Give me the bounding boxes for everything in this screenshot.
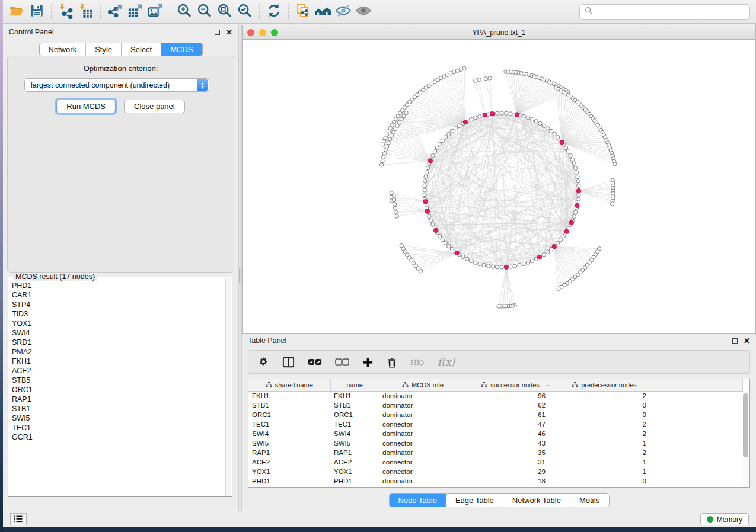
zoom-selected-button[interactable] [235, 2, 255, 21]
column-header-shared-name[interactable]: shared name [248, 379, 330, 391]
network-view-titlebar: YPA_prune.txt_1 [243, 25, 755, 40]
table-row[interactable]: STB1STB1dominator620 [248, 400, 742, 410]
search-field[interactable] [579, 4, 750, 20]
table-row[interactable]: RAP1RAP1dominator352 [248, 448, 742, 457]
mcds-list-scrollbar[interactable] [225, 278, 231, 496]
import-table-button[interactable] [76, 2, 96, 21]
org-chart-icon [572, 382, 578, 389]
export-network-button[interactable] [105, 2, 125, 21]
node-table[interactable]: shared namenameMCDS rolesuccessor nodes⌄… [248, 379, 750, 488]
function-builder-icon[interactable]: f(x) [438, 356, 455, 368]
duplicate-network-icon [295, 2, 311, 21]
table-panel-tabs: Node TableEdge TableNetwork TableMotifs [388, 493, 609, 507]
table-row[interactable]: PHD1PHD1dominator180 [248, 476, 742, 486]
mcds-result-item[interactable]: STB5 [12, 376, 225, 385]
mcds-result-item[interactable]: SWI4 [12, 328, 225, 338]
mcds-result-item[interactable]: ORC1 [12, 385, 225, 395]
search-input[interactable] [596, 8, 745, 16]
mcds-result-item[interactable]: FKH1 [12, 357, 225, 366]
column-header-successor-nodes[interactable]: successor nodes⌄ [467, 379, 554, 391]
mcds-result-item[interactable]: ACE2 [12, 366, 225, 376]
float-panel-icon[interactable] [732, 338, 738, 344]
mcds-result-item[interactable]: PHD1 [12, 281, 225, 290]
export-image-icon [147, 2, 164, 21]
table-scrollbar-track[interactable] [742, 392, 749, 486]
tab-node-table[interactable]: Node Table [389, 494, 446, 507]
mcds-result-item[interactable]: TID3 [12, 309, 225, 319]
table-row[interactable]: ORC1ORC1dominator610 [248, 410, 742, 419]
tab-mcds[interactable]: MCDS [161, 43, 202, 56]
export-table-icon [127, 2, 143, 21]
toolbar-separator [100, 4, 101, 20]
toolbar-separator [170, 4, 170, 20]
mcds-result-item[interactable]: PMA2 [12, 347, 225, 357]
table-row[interactable]: YOX1YOX1connector291 [248, 467, 742, 476]
tab-motifs[interactable]: Motifs [570, 494, 609, 507]
mcds-result-item[interactable]: CAR1 [12, 290, 225, 300]
tab-select[interactable]: Select [122, 43, 161, 56]
network-canvas[interactable] [243, 40, 755, 333]
splitter-grip[interactable] [239, 268, 241, 283]
chevron-down-icon[interactable]: ⌄ [546, 382, 550, 387]
gear-icon[interactable] [258, 357, 269, 368]
run-mcds-button[interactable]: Run MCDS [56, 100, 116, 113]
deselect-all-icon[interactable] [335, 358, 349, 366]
column-header-name[interactable]: name [330, 379, 379, 391]
tab-edge-table[interactable]: Edge Table [446, 494, 503, 507]
export-table-button[interactable] [125, 2, 145, 21]
tab-network[interactable]: Network [39, 43, 86, 56]
table-row[interactable]: SWI4SWI4dominator462 [248, 429, 742, 438]
main-toolbar [3, 0, 756, 24]
table-row[interactable]: ACE2ACE2connector311 [248, 457, 742, 467]
export-image-button[interactable] [145, 2, 165, 21]
mcds-result-item[interactable]: SWI5 [12, 414, 225, 423]
control-panel-tabs: NetworkStyleSelectMCDS [39, 43, 202, 56]
split-panel-icon[interactable] [282, 357, 295, 368]
refresh-button[interactable] [264, 2, 284, 21]
mcds-result-list[interactable]: PHD1CAR1STP4TID3YOX1SWI4SRD1PMA2FKH1ACE2… [12, 281, 225, 495]
table-row[interactable]: TEC1TEC1connector472 [248, 419, 742, 429]
memory-button[interactable]: Memory [700, 513, 749, 525]
zoom-fit-button[interactable] [215, 2, 235, 21]
memory-button-label: Memory [717, 515, 742, 524]
hide-selected-button[interactable] [333, 2, 353, 21]
tab-network-table[interactable]: Network Table [503, 494, 570, 507]
first-neighbors-button[interactable] [313, 2, 333, 21]
table-row[interactable]: FKH1FKH1dominator962 [248, 391, 742, 400]
save-session-button[interactable] [27, 2, 47, 21]
close-panel-icon[interactable]: ✕ [226, 30, 232, 35]
zoom-out-button[interactable] [194, 2, 215, 21]
delete-table-icon[interactable] [410, 358, 425, 367]
network-view-window: YPA_prune.txt_1 [242, 25, 756, 334]
select-all-icon[interactable] [308, 358, 322, 366]
show-all-icon [355, 2, 372, 21]
mcds-result-item[interactable]: TEC1 [12, 423, 225, 432]
mcds-result-item[interactable]: SRD1 [12, 338, 225, 347]
column-header-predecessor-nodes[interactable]: predecessor nodes [554, 379, 655, 391]
add-column-icon[interactable] [362, 357, 374, 368]
mcds-result-item[interactable]: GCR1 [12, 432, 225, 442]
float-panel-icon[interactable] [215, 30, 220, 35]
duplicate-network-button[interactable] [293, 2, 313, 21]
mcds-result-item[interactable]: STP4 [12, 300, 225, 309]
save-session-icon [29, 3, 44, 21]
mcds-result-group: MCDS result (17 nodes) PHD1CAR1STP4TID3Y… [8, 277, 232, 497]
tab-style[interactable]: Style [86, 43, 122, 56]
panel-menu-button[interactable] [10, 513, 27, 525]
list-icon [14, 514, 23, 525]
import-network-button[interactable] [56, 2, 76, 21]
open-file-button[interactable] [7, 2, 27, 21]
criterion-select[interactable]: largest connected component (undirected)… [24, 78, 209, 92]
close-panel-button[interactable]: Close panel [124, 100, 185, 113]
toolbar-separator [288, 4, 289, 20]
table-row[interactable]: SWI5SWI5connector431 [248, 438, 742, 448]
show-all-button[interactable] [353, 2, 374, 21]
close-panel-icon[interactable]: ✕ [744, 338, 750, 344]
zoom-in-button[interactable] [174, 2, 194, 21]
mcds-result-item[interactable]: YOX1 [12, 319, 225, 328]
mcds-result-item[interactable]: RAP1 [12, 395, 225, 404]
column-header-MCDS-role[interactable]: MCDS role [379, 379, 467, 391]
table-scrollbar-thumb[interactable] [743, 393, 748, 457]
delete-column-icon[interactable] [387, 357, 397, 368]
mcds-result-item[interactable]: STB1 [12, 404, 225, 414]
